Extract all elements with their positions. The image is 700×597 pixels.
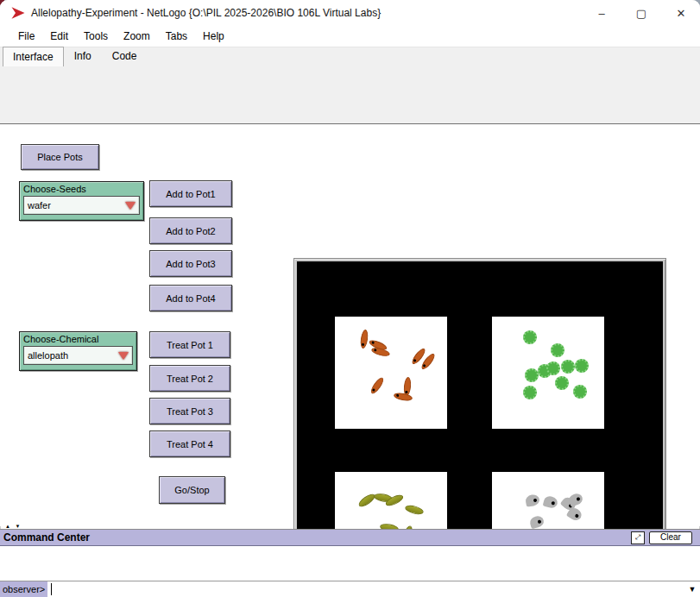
- seed: [561, 360, 575, 374]
- menu-tabs[interactable]: Tabs: [158, 28, 195, 45]
- choose-seeds-value: wafer: [28, 200, 51, 211]
- command-center-output: [0, 546, 700, 581]
- command-center-input-row: observer> ▼: [0, 581, 700, 597]
- add-to-pot4-button[interactable]: Add to Pot4: [149, 285, 232, 311]
- command-center: Command Center ⤢ Clear observer> ▼: [0, 529, 700, 597]
- maximize-button[interactable]: ▢: [627, 3, 656, 24]
- seed: [551, 343, 564, 357]
- seed: [525, 368, 539, 382]
- seed: [573, 385, 587, 399]
- menu-edit[interactable]: Edit: [42, 28, 76, 45]
- resize-icon[interactable]: ⤢: [631, 531, 645, 544]
- treat-pot-3-button[interactable]: Treat Pot 3: [149, 398, 230, 424]
- chooser-arrow-icon: [118, 352, 129, 360]
- menu-help[interactable]: Help: [195, 28, 232, 45]
- seed: [567, 492, 583, 507]
- seed: [369, 376, 385, 396]
- choose-seeds-chooser[interactable]: Choose-Seeds wafer: [19, 181, 144, 221]
- add-to-pot2-button[interactable]: Add to Pot2: [149, 217, 232, 244]
- interface-panel: Place Pots Choose-Seeds wafer Add to Pot…: [0, 124, 700, 526]
- choose-chemical-select[interactable]: allelopath: [23, 346, 133, 365]
- close-button[interactable]: ✕: [666, 3, 696, 24]
- pot-2: [492, 317, 604, 429]
- treat-pot-2-button[interactable]: Treat Pot 2: [149, 365, 230, 392]
- toolbar: Edit Delete + Add abc Button ▼ normal sp…: [0, 66, 700, 124]
- treat-pot-4-button[interactable]: Treat Pot 4: [149, 430, 230, 457]
- tab-code[interactable]: Code: [102, 46, 148, 66]
- menu-bar: FileEditToolsZoomTabsHelp: [0, 26, 700, 47]
- chooser-label: Choose-Seeds: [23, 184, 140, 194]
- choose-chemical-value: allelopath: [28, 350, 68, 361]
- seed: [575, 359, 589, 373]
- chooser-label: Choose-Chemical: [23, 334, 133, 344]
- menu-file[interactable]: File: [10, 28, 42, 45]
- window-title: Allelopathy-Experiment - NetLogo {O:\PIL…: [31, 7, 381, 19]
- command-center-header: Command Center ⤢ Clear: [0, 530, 700, 546]
- command-input[interactable]: [47, 581, 684, 597]
- menu-tools[interactable]: Tools: [76, 28, 116, 45]
- tab-bar: InterfaceInfoCode: [0, 47, 700, 66]
- pot-1: [335, 317, 447, 429]
- treat-pot-1-button[interactable]: Treat Pot 1: [149, 331, 230, 358]
- seed: [529, 515, 545, 530]
- observer-prompt: observer>: [0, 581, 47, 597]
- menu-zoom[interactable]: Zoom: [116, 28, 158, 45]
- choose-chemical-chooser[interactable]: Choose-Chemical allelopath: [19, 331, 137, 371]
- seed: [546, 361, 560, 375]
- screen: Allelopathy-Experiment - NetLogo {O:\PIL…: [0, 0, 700, 597]
- tab-interface[interactable]: Interface: [3, 47, 64, 66]
- text-caret: [51, 583, 52, 595]
- command-center-title: Command Center: [3, 531, 90, 544]
- chooser-arrow-icon: [125, 202, 136, 210]
- netlogo-window: Allelopathy-Experiment - NetLogo {O:\PIL…: [0, 0, 700, 597]
- clear-button[interactable]: Clear: [649, 531, 692, 544]
- netlogo-logo-icon: [10, 6, 26, 20]
- seed: [525, 493, 540, 507]
- choose-seeds-select[interactable]: wafer: [23, 196, 140, 215]
- seed: [523, 330, 537, 344]
- seed: [393, 392, 413, 402]
- tab-info[interactable]: Info: [64, 46, 102, 66]
- add-to-pot3-button[interactable]: Add to Pot3: [149, 250, 232, 277]
- place-pots-button[interactable]: Place Pots: [21, 144, 99, 170]
- seed: [523, 386, 537, 399]
- minimize-button[interactable]: –: [587, 3, 616, 24]
- title-bar: Allelopathy-Experiment - NetLogo {O:\PIL…: [0, 0, 700, 26]
- seed: [555, 376, 569, 390]
- seed: [360, 330, 369, 349]
- seed: [370, 346, 390, 357]
- seed: [543, 495, 559, 510]
- history-dropdown-arrow[interactable]: ▼: [684, 581, 700, 597]
- add-to-pot1-button[interactable]: Add to Pot1: [149, 180, 232, 207]
- seed: [404, 504, 425, 516]
- go-stop-button[interactable]: Go/Stop: [159, 476, 225, 504]
